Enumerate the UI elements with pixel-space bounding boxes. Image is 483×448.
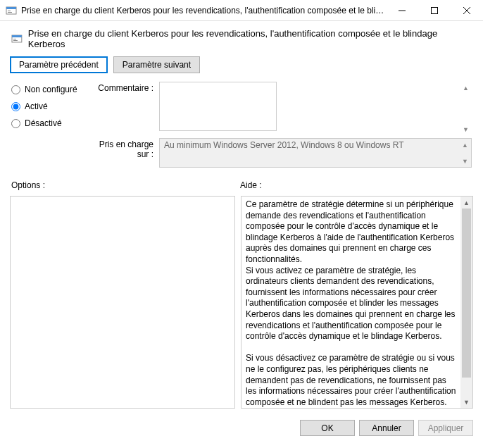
radio-label: Désactivé (25, 118, 62, 128)
options-label: Options : (11, 180, 240, 190)
cancel-button[interactable]: Annuler (359, 420, 414, 436)
scroll-down-icon: ▼ (460, 156, 470, 166)
titlebar: Prise en charge du client Kerberos pour … (0, 0, 483, 21)
help-panel: Ce paramètre de stratégie détermine si u… (241, 196, 473, 409)
apply-button: Appliquer (418, 420, 473, 436)
scroll-up-icon[interactable]: ▲ (460, 82, 471, 93)
svg-rect-11 (13, 40, 18, 41)
ok-button[interactable]: OK (300, 420, 355, 436)
next-setting-button[interactable]: Paramètre suivant (113, 56, 200, 73)
scrollbar[interactable]: ▲ ▼ (460, 197, 472, 408)
radio-enabled[interactable]: Activé (11, 101, 89, 111)
previous-setting-button[interactable]: Paramètre précédent (10, 56, 108, 73)
svg-rect-9 (12, 35, 22, 37)
policy-icon (6, 5, 17, 16)
header-row: Prise en charge du client Kerberos pour … (0, 21, 483, 52)
scroll-down-icon[interactable]: ▼ (460, 396, 472, 408)
scroll-up-icon: ▲ (460, 139, 470, 150)
policy-icon (11, 33, 23, 44)
svg-rect-1 (6, 7, 16, 9)
scroll-thumb[interactable] (462, 209, 471, 378)
svg-rect-2 (8, 11, 11, 11)
window-title: Prise en charge du client Kerberos pour … (21, 6, 386, 15)
comment-field[interactable] (159, 82, 277, 131)
supported-label: Pris en charge sur : (89, 138, 159, 168)
scroll-up-icon[interactable]: ▲ (460, 197, 472, 209)
supported-on-box: Au minimum Windows Server 2012, Windows … (159, 138, 472, 168)
comment-label: Commentaire : (89, 82, 159, 135)
close-button[interactable] (451, 0, 483, 21)
supported-on-text: Au minimum Windows Server 2012, Windows … (164, 140, 404, 150)
state-radio-group: Non configuré Activé Désactivé (11, 82, 89, 135)
svg-rect-10 (13, 39, 16, 39)
options-panel (10, 196, 235, 409)
help-text: Ce paramètre de stratégie détermine si u… (242, 197, 460, 408)
minimize-button[interactable] (386, 0, 418, 21)
radio-disabled[interactable]: Désactivé (11, 118, 89, 128)
scroll-down-icon[interactable]: ▼ (460, 124, 471, 135)
radio-label: Activé (25, 101, 48, 111)
policy-title: Prise en charge du client Kerberos pour … (28, 28, 472, 49)
radio-not-configured[interactable]: Non configuré (11, 85, 89, 94)
scroll-track[interactable] (460, 209, 472, 396)
svg-rect-5 (432, 7, 438, 13)
svg-rect-3 (8, 12, 12, 13)
radio-label: Non configuré (25, 85, 77, 94)
help-label: Aide : (240, 180, 262, 190)
maximize-button[interactable] (418, 0, 451, 21)
